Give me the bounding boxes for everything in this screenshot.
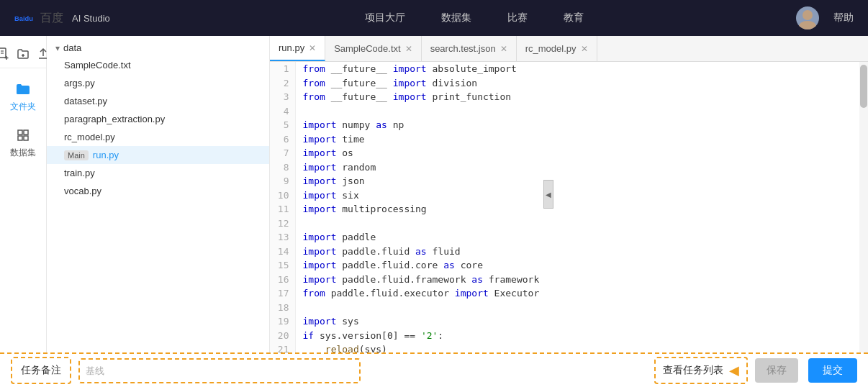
sidebar: 文件夹 数据集 bbox=[0, 36, 47, 352]
list-item[interactable]: paragraph_extraction.py bbox=[47, 110, 269, 128]
table-row: 7 import os bbox=[270, 146, 868, 160]
chevron-down-icon: ▾ bbox=[55, 43, 60, 53]
svg-rect-15 bbox=[24, 136, 28, 140]
nav-link-education[interactable]: 教育 bbox=[564, 12, 584, 24]
svg-rect-14 bbox=[18, 136, 22, 140]
editor-area: run.py ✕ SampleCode.txt ✕ search.test.js… bbox=[270, 36, 868, 352]
files-label: 文件夹 bbox=[10, 101, 36, 113]
tab-run-py[interactable]: run.py ✕ bbox=[270, 36, 325, 61]
view-tasks-button[interactable]: 查看任务列表 bbox=[663, 364, 723, 377]
editor-content[interactable]: 1 from __future__ import absolute_import… bbox=[270, 62, 868, 352]
list-item[interactable]: args.py bbox=[47, 74, 269, 92]
close-tab-icon[interactable]: ✕ bbox=[581, 44, 588, 54]
list-item[interactable]: SampleCode.txt bbox=[47, 56, 269, 74]
file-name: paragraph_extraction.py bbox=[64, 114, 165, 124]
nav-link-datasets[interactable]: 数据集 bbox=[441, 12, 471, 24]
editor-tabs: run.py ✕ SampleCode.txt ✕ search.test.js… bbox=[270, 36, 868, 62]
file-name: args.py bbox=[64, 78, 95, 88]
close-tab-icon[interactable]: ✕ bbox=[500, 44, 507, 54]
list-item[interactable]: rc_model.py bbox=[47, 128, 269, 146]
table-row: 14 import paddle.fluid as fluid bbox=[270, 245, 868, 259]
new-file-icon[interactable] bbox=[0, 47, 9, 63]
table-row: 21 reload(sys) bbox=[270, 342, 868, 352]
table-row: 15 import paddle.fluid.core as core bbox=[270, 258, 868, 273]
table-row: 1 from __future__ import absolute_import bbox=[270, 62, 868, 76]
baidu-logo-icon: Baidu bbox=[14, 8, 35, 28]
file-name-active: run.py bbox=[93, 150, 119, 160]
folder-name: data bbox=[63, 42, 81, 53]
nav-links: 项目大厅 数据集 比赛 教育 bbox=[153, 12, 796, 24]
baseline-input[interactable] bbox=[80, 360, 359, 382]
tab-label: SampleCode.txt bbox=[334, 43, 401, 54]
avatar[interactable] bbox=[796, 6, 819, 29]
tab-samplecode[interactable]: SampleCode.txt ✕ bbox=[325, 36, 422, 61]
sidebar-datasets[interactable]: 数据集 bbox=[10, 124, 36, 159]
table-row: 3 from __future__ import print_function bbox=[270, 90, 868, 104]
top-nav: Baidu 百度 AI Studio 项目大厅 数据集 比赛 教育 帮助 bbox=[0, 0, 868, 36]
right-actions: 查看任务列表 ◀ bbox=[654, 357, 748, 384]
table-row: 18 bbox=[270, 301, 868, 315]
table-row: 16 import paddle.fluid.framework as fram… bbox=[270, 273, 868, 287]
svg-text:Baidu: Baidu bbox=[14, 15, 33, 22]
save-button[interactable]: 保存 bbox=[755, 358, 798, 383]
table-row: 8 import random bbox=[270, 160, 868, 175]
code-table: 1 from __future__ import absolute_import… bbox=[270, 62, 868, 352]
close-tab-icon[interactable]: ✕ bbox=[309, 43, 316, 53]
avatar-icon bbox=[796, 6, 819, 29]
table-row: 5 import numpy as np bbox=[270, 118, 868, 132]
table-row: 12 bbox=[270, 217, 868, 231]
file-name: SampleCode.txt bbox=[64, 60, 131, 70]
file-panel: ▾ data SampleCode.txt args.py dataset.py… bbox=[47, 36, 270, 352]
list-item[interactable]: vocab.py bbox=[47, 182, 269, 200]
arrow-right-icon: ◀ bbox=[729, 363, 739, 378]
main-layout: 文件夹 数据集 ▾ data SampleCode.txt bbox=[0, 36, 868, 352]
tab-label: run.py bbox=[279, 42, 304, 53]
table-row: 4 bbox=[270, 104, 868, 119]
table-row: 19 import sys bbox=[270, 314, 868, 329]
table-row: 9 import json bbox=[270, 174, 868, 188]
table-row: 6 import time bbox=[270, 132, 868, 147]
table-row: 17 from paddle.fluid.executor import Exe… bbox=[270, 286, 868, 301]
svg-point-1 bbox=[803, 10, 813, 20]
datasets-label: 数据集 bbox=[10, 147, 36, 159]
help-link[interactable]: 帮助 bbox=[833, 12, 854, 24]
nav-divider: 百度 bbox=[40, 11, 63, 26]
bottom-bar: 任务备注 查看任务列表 ◀ 保存 提交 bbox=[0, 352, 868, 387]
nav-right: 帮助 bbox=[796, 6, 854, 29]
table-row: 13 import paddle bbox=[270, 230, 868, 245]
folder-data[interactable]: ▾ data bbox=[47, 40, 269, 56]
submit-button[interactable]: 提交 bbox=[808, 358, 857, 383]
tab-label: rc_model.py bbox=[525, 43, 577, 54]
collapse-panel-button[interactable]: ◀ bbox=[543, 180, 553, 209]
main-badge: Main bbox=[64, 150, 89, 160]
file-name: train.py bbox=[64, 168, 95, 178]
table-row: 11 import multiprocessing bbox=[270, 202, 868, 217]
task-input-group bbox=[78, 358, 361, 383]
table-row: 10 import six bbox=[270, 188, 868, 203]
nav-link-projects[interactable]: 项目大厅 bbox=[365, 12, 405, 24]
logo: Baidu 百度 AI Studio bbox=[14, 8, 110, 28]
table-row: 2 from __future__ import division bbox=[270, 76, 868, 91]
tab-rc-model[interactable]: rc_model.py ✕ bbox=[517, 36, 597, 61]
file-name: vocab.py bbox=[64, 186, 101, 196]
svg-rect-13 bbox=[24, 130, 28, 135]
file-name: dataset.py bbox=[64, 96, 107, 106]
folder-icon bbox=[12, 78, 35, 101]
file-tree: ▾ data SampleCode.txt args.py dataset.py… bbox=[47, 36, 269, 352]
datasets-icon bbox=[12, 124, 35, 147]
close-tab-icon[interactable]: ✕ bbox=[405, 44, 412, 54]
tab-search-json[interactable]: search.test.json ✕ bbox=[422, 36, 517, 61]
nav-link-competition[interactable]: 比赛 bbox=[507, 12, 528, 24]
svg-point-2 bbox=[799, 21, 816, 29]
file-name: rc_model.py bbox=[64, 132, 115, 142]
scrollbar[interactable] bbox=[859, 62, 868, 352]
task-notes-label: 任务备注 bbox=[11, 357, 71, 384]
list-item[interactable]: train.py bbox=[47, 164, 269, 182]
list-item-active[interactable]: Main run.py bbox=[47, 146, 269, 164]
table-row: 20 if sys.version[0] == '2': bbox=[270, 329, 868, 343]
tab-label: search.test.json bbox=[430, 43, 496, 54]
list-item[interactable]: dataset.py bbox=[47, 92, 269, 110]
sidebar-files[interactable]: 文件夹 bbox=[10, 78, 36, 113]
nav-studio-label: AI Studio bbox=[72, 13, 110, 24]
new-folder-icon[interactable] bbox=[17, 47, 30, 63]
